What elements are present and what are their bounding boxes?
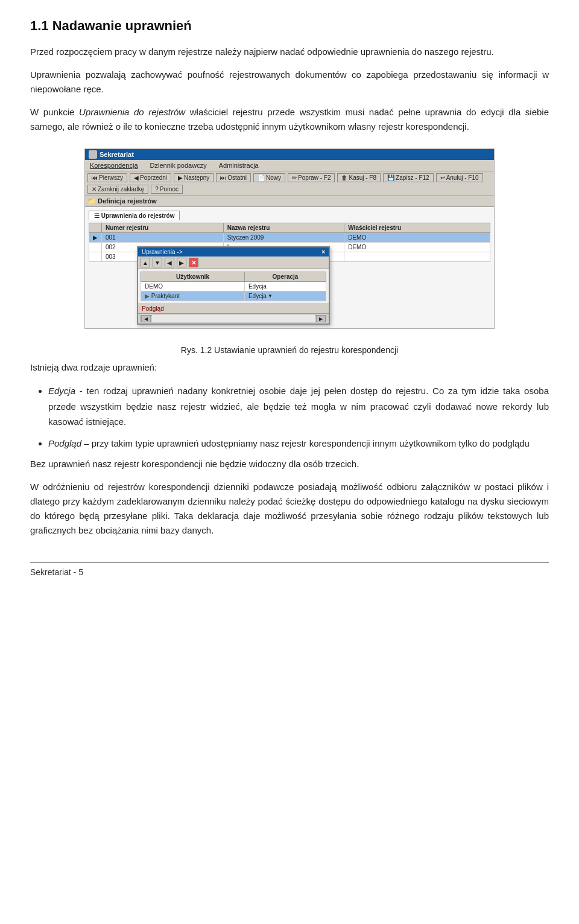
bullet-edycja: Edycja - ten rodzaj uprawnień nadany kon… — [48, 383, 549, 430]
popup-box: Uprawnienia -> × ▲ ▼ ◀ ▶ ✕ Użytkownik — [137, 246, 330, 325]
btn-poprzedni[interactable]: ◀ Poprzedni — [130, 173, 171, 182]
col-numer: Numer rejestru — [102, 223, 224, 233]
help-icon: ? — [155, 186, 159, 193]
first-icon: ⏮ — [92, 174, 98, 181]
popup-table: Użytkownik Operacja DEMO Edycja — [141, 272, 326, 301]
app-icon — [89, 150, 97, 159]
col-wlasciciel: Właściciel rejestru — [344, 223, 490, 233]
bullet-edycja-text: - ten rodzaj uprawnień nadany konkretnie… — [48, 386, 549, 427]
paragraph-istnieja: Istnieją dwa rodzaje uprawnień: — [30, 360, 549, 375]
bullet-list: Edycja - ten rodzaj uprawnień nadany kon… — [48, 383, 549, 451]
scrollbar-track — [152, 315, 315, 322]
btn-zamknij[interactable]: ✕ Zamknij zakładkę — [87, 185, 148, 194]
popup-nav-up[interactable]: ▲ — [141, 258, 150, 267]
last-icon: ⏭ — [220, 174, 226, 181]
permissions-popup: Uprawnienia -> × ▲ ▼ ◀ ▶ ✕ Użytkownik — [137, 246, 490, 325]
screen-titlebar: Sekretariat — [85, 149, 494, 160]
screen-mockup: Sekretariat Korespondencja Dziennik poda… — [84, 148, 495, 329]
popup-title: Uprawnienia -> — [142, 249, 183, 255]
row-indicator — [89, 252, 102, 262]
row-icon: ▶ — [145, 293, 150, 299]
popup-row[interactable]: DEMO Edycja — [141, 282, 326, 292]
col-nazwa: Nazwa rejestru — [223, 223, 344, 233]
menu-administracja[interactable]: Administracja — [217, 161, 261, 170]
paragraph-4: Bez uprawnień nasz rejestr korespondencj… — [30, 457, 549, 471]
bullet-podglad-label: Podgląd — [48, 438, 81, 448]
btn-pierwszy[interactable]: ⏮ Pierwszy — [87, 173, 127, 182]
footer-text: Sekretariat - 5 — [30, 567, 83, 577]
popup-nav-down[interactable]: ▼ — [153, 258, 162, 267]
bullet-podglad-text: – przy takim typie uprawnień udostępniam… — [81, 438, 530, 448]
popup-row[interactable]: ▶ Praktykant Edycja ▼ — [141, 292, 326, 301]
bullet-podglad: Podgląd – przy takim typie uprawnień udo… — [48, 436, 549, 451]
popup-footer: ◀ ▶ — [138, 313, 329, 323]
popup-close-button[interactable]: × — [321, 249, 325, 255]
close-tab-icon: ✕ — [92, 186, 96, 193]
btn-popraw[interactable]: ✏ Popraw - F2 — [288, 173, 335, 182]
popup-operation: Edycja ▼ — [244, 292, 326, 301]
row-wlasciciel: DEMO — [344, 233, 490, 243]
tab-bar: ☰ Uprawnienia do rejestrów — [89, 211, 490, 220]
popup-col-uzytkownik: Użytkownik — [141, 272, 245, 282]
section-title: Nadawanie uprawnień — [52, 18, 192, 33]
paragraph-5: W odróżnieniu od rejestrów korespondencj… — [30, 480, 549, 538]
save-icon: 💾 — [387, 174, 394, 181]
btn-zapisz[interactable]: 💾 Zapisz - F12 — [383, 173, 434, 182]
btn-kasuj[interactable]: 🗑 Kasuj - F8 — [337, 173, 381, 182]
section-heading: 1.1 Nadawanie uprawnień — [30, 18, 549, 34]
popup-col-operacja: Operacja — [244, 272, 326, 282]
row-numer: 001 — [102, 233, 224, 243]
dropdown-arrow-icon[interactable]: ▼ — [268, 293, 273, 299]
row-indicator — [89, 243, 102, 252]
popup-extra-row: Podgląd — [138, 304, 329, 313]
btn-anuluj[interactable]: ↩ Anuluj - F10 — [436, 173, 483, 182]
row-indicator: ▶ — [89, 233, 102, 243]
popup-toolbar: ▲ ▼ ◀ ▶ ✕ — [138, 256, 329, 269]
popup-nav-right[interactable]: ▶ — [177, 258, 186, 267]
popup-titlebar: Uprawnienia -> × — [138, 247, 329, 256]
btn-nastepny[interactable]: ▶ Następny — [174, 173, 214, 182]
table-row[interactable]: ▶ 001 Styczen 2009 DEMO — [89, 233, 490, 243]
col-indicator — [89, 223, 102, 233]
prev-icon: ◀ — [134, 174, 139, 181]
paragraph-2: Uprawnienia pozwalają zachowywać poufnoś… — [30, 68, 549, 97]
operation-select-cell: Edycja ▼ — [248, 293, 322, 299]
figure-caption: Rys. 1.2 Ustawianie uprawnień do rejestr… — [30, 343, 549, 357]
next-icon: ▶ — [178, 174, 183, 181]
app-title: Sekretariat — [100, 151, 134, 158]
italic-uprawnienia: Uprawnienia do rejestrów — [79, 107, 185, 117]
scroll-left-btn[interactable]: ◀ — [141, 315, 151, 322]
screen-subbar: 📁 Definicja rejestrów — [85, 196, 494, 207]
popup-user: ▶ Praktykant — [141, 292, 245, 301]
edit-icon: ✏ — [292, 174, 297, 181]
popup-operation: Edycja — [244, 282, 326, 292]
new-icon: 📄 — [258, 174, 265, 181]
screen-toolbar: ⏮ Pierwszy ◀ Poprzedni ▶ Następny ⏭ Osta… — [85, 171, 494, 196]
delete-icon: 🗑 — [341, 174, 347, 181]
btn-nowy[interactable]: 📄 Nowy — [253, 173, 285, 182]
popup-nav-left[interactable]: ◀ — [165, 258, 174, 267]
btn-pomoc[interactable]: ? Pomoc — [151, 185, 183, 194]
menu-korespondencja[interactable]: Korespondencja — [87, 161, 141, 170]
section-number: 1.1 — [30, 18, 49, 33]
btn-ostatni[interactable]: ⏭ Ostatni — [216, 173, 251, 182]
tab-uprawnienia[interactable]: ☰ Uprawnienia do rejestrów — [89, 211, 180, 220]
scroll-right-btn[interactable]: ▶ — [316, 315, 326, 322]
menu-dziennik[interactable]: Dziennik podawczy — [148, 161, 209, 170]
row-nazwa: Styczen 2009 — [223, 233, 344, 243]
popup-close-x[interactable]: ✕ — [189, 258, 198, 267]
paragraph-1: Przed rozpoczęciem pracy w danym rejestr… — [30, 45, 549, 59]
list-icon: ☰ — [94, 212, 100, 219]
folder-icon: 📁 — [87, 197, 96, 205]
bullet-edycja-label: Edycja — [48, 386, 75, 396]
paragraph-3: W punkcie Uprawnienia do rejestrów właśc… — [30, 105, 549, 134]
cancel-icon: ↩ — [440, 174, 445, 181]
screen-body: ☰ Uprawnienia do rejestrów Numer rejestr… — [85, 207, 494, 328]
popup-user: DEMO — [141, 282, 245, 292]
footer: Sekretariat - 5 — [30, 562, 549, 577]
screen-menubar: Korespondencja Dziennik podawczy Adminis… — [85, 160, 494, 171]
